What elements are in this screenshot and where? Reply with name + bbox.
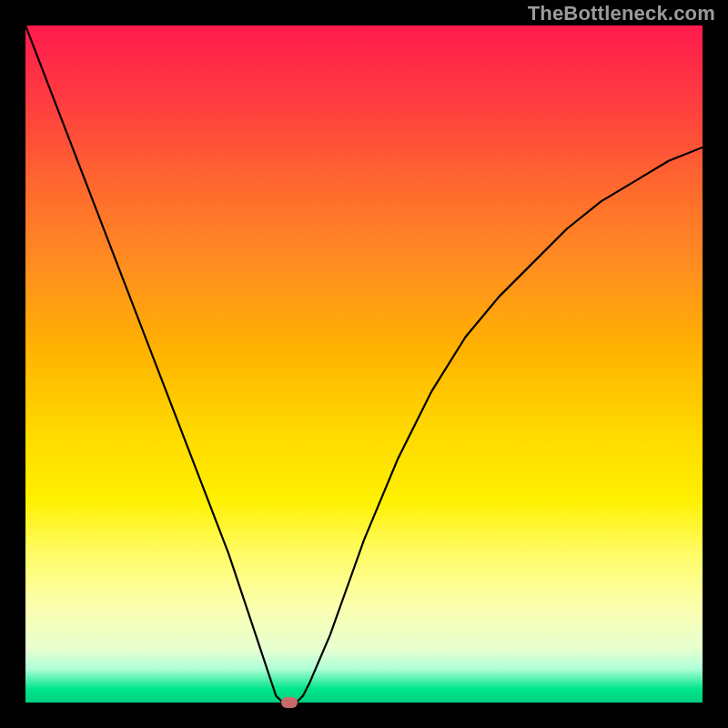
- chart-frame: TheBottleneck.com: [0, 0, 728, 728]
- plot-area: [25, 25, 703, 703]
- watermark-text: TheBottleneck.com: [528, 2, 715, 25]
- optimal-point-marker: [281, 697, 298, 708]
- curve-path: [25, 25, 703, 703]
- bottleneck-curve: [25, 25, 703, 703]
